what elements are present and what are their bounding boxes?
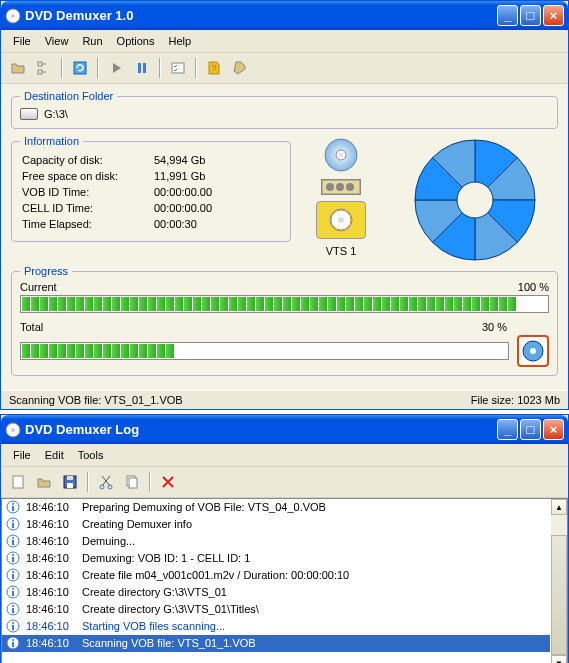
svg-point-48 — [12, 588, 14, 590]
menu-file[interactable]: File — [7, 33, 37, 49]
total-label: Total — [20, 321, 43, 333]
close-button[interactable]: × — [543, 419, 564, 440]
log-time: 18:46:10 — [26, 518, 76, 530]
tag-icon[interactable] — [229, 57, 251, 79]
help-icon[interactable]: ? — [203, 57, 225, 79]
svg-rect-49 — [12, 591, 14, 596]
log-message: Starting VOB files scanning... — [82, 620, 546, 632]
log-row[interactable]: 18:46:10Scanning VOB file: VTS_01_1.VOB — [2, 635, 550, 652]
menu-file[interactable]: File — [7, 447, 37, 463]
info-icon — [6, 534, 20, 548]
cell-box[interactable] — [321, 179, 361, 195]
total-progress-bar — [20, 342, 509, 360]
log-row[interactable]: 18:46:10Starting VOB files scanning... — [2, 618, 550, 635]
menu-edit[interactable]: Edit — [39, 447, 70, 463]
scroll-down-icon[interactable]: ▼ — [551, 655, 567, 663]
current-percent: 100 % — [518, 281, 549, 293]
svg-rect-52 — [12, 608, 14, 613]
log-time: 18:46:10 — [26, 637, 76, 649]
tree-icon[interactable] — [33, 57, 55, 79]
svg-rect-31 — [129, 478, 137, 488]
info-value: 00:00:00.00 — [154, 185, 280, 199]
refresh-icon[interactable] — [69, 57, 91, 79]
log-window-title: DVD Demuxer Log — [25, 422, 495, 437]
menubar: File View Run Options Help — [1, 30, 568, 53]
svg-point-45 — [12, 571, 14, 573]
log-message: Creating Demuxer info — [82, 518, 546, 530]
current-label: Current — [20, 281, 57, 293]
log-message: Create directory G:\3\VTS_01\Titles\ — [82, 603, 546, 615]
svg-rect-2 — [38, 62, 42, 66]
vts-box[interactable] — [316, 201, 366, 239]
minimize-button[interactable]: _ — [497, 5, 518, 26]
destination-path: G:\3\ — [44, 108, 68, 120]
info-label: Time Elapsed: — [22, 217, 152, 231]
cut-icon[interactable] — [95, 471, 117, 493]
menu-help[interactable]: Help — [163, 33, 198, 49]
vts-label: VTS 1 — [326, 245, 357, 257]
svg-point-57 — [12, 639, 14, 641]
log-row[interactable]: 18:46:10Create directory G:\3\VTS_01\Tit… — [2, 601, 550, 618]
info-icon — [6, 517, 20, 531]
svg-rect-43 — [12, 557, 14, 562]
svg-rect-24 — [13, 476, 23, 488]
info-icon — [6, 619, 20, 633]
log-message: Scanning VOB file: VTS_01_1.VOB — [82, 637, 546, 649]
minimize-button[interactable]: _ — [497, 419, 518, 440]
scrollbar[interactable]: ▲ ▼ — [551, 499, 567, 663]
svg-rect-6 — [143, 63, 146, 73]
log-row[interactable]: 18:46:10Create file m04_v001c001.m2v / D… — [2, 567, 550, 584]
info-value: 00:00:00.00 — [154, 201, 280, 215]
menu-tools[interactable]: Tools — [72, 447, 110, 463]
log-list[interactable]: 18:46:10Preparing Demuxing of VOB File: … — [1, 498, 568, 663]
close-button[interactable]: × — [543, 5, 564, 26]
log-row[interactable]: 18:46:10Preparing Demuxing of VOB File: … — [2, 499, 550, 516]
play-icon[interactable] — [105, 57, 127, 79]
maximize-button[interactable]: □ — [520, 5, 541, 26]
log-menubar: File Edit Tools — [1, 444, 568, 467]
svg-point-21 — [530, 348, 536, 354]
svg-point-15 — [346, 183, 354, 191]
window-title: DVD Demuxer 1.0 — [25, 8, 495, 23]
log-window: DVD Demuxer Log _ □ × File Edit Tools 18… — [0, 414, 569, 663]
copy-icon[interactable] — [121, 471, 143, 493]
svg-rect-5 — [138, 63, 141, 73]
open-folder-icon[interactable] — [7, 57, 29, 79]
log-row[interactable]: 18:46:10Demuing... — [2, 533, 550, 550]
current-progress-bar — [20, 295, 549, 313]
disk-icon — [20, 108, 38, 120]
log-time: 18:46:10 — [26, 535, 76, 547]
menu-options[interactable]: Options — [111, 33, 161, 49]
log-row[interactable]: 18:46:10Creating Demuxer info — [2, 516, 550, 533]
svg-point-42 — [12, 554, 14, 556]
menu-view[interactable]: View — [39, 33, 75, 49]
checklist-icon[interactable] — [167, 57, 189, 79]
pause-icon[interactable] — [131, 57, 153, 79]
scroll-up-icon[interactable]: ▲ — [551, 499, 567, 515]
log-row[interactable]: 18:46:10Demuxing: VOB ID: 1 - CELL ID: 1 — [2, 550, 550, 567]
destination-legend: Destination Folder — [20, 90, 117, 102]
svg-text:?: ? — [211, 63, 216, 73]
info-icon — [6, 500, 20, 514]
svg-point-39 — [12, 537, 14, 539]
cd-icon[interactable] — [323, 137, 359, 173]
cd-burn-icon[interactable] — [517, 335, 549, 367]
menu-run[interactable]: Run — [76, 33, 108, 49]
new-icon[interactable] — [7, 471, 29, 493]
svg-point-36 — [12, 520, 14, 522]
information-legend: Information — [20, 135, 83, 147]
svg-point-19 — [457, 182, 493, 218]
toolbar: ? — [1, 53, 568, 84]
maximize-button[interactable]: □ — [520, 419, 541, 440]
svg-rect-34 — [12, 506, 14, 511]
scroll-thumb[interactable] — [551, 535, 567, 655]
save-icon[interactable] — [59, 471, 81, 493]
information-fieldset: Information Capacity of disk:54,994 Gb F… — [11, 135, 291, 242]
destination-fieldset: Destination Folder G:\3\ — [11, 90, 558, 129]
log-titlebar[interactable]: DVD Demuxer Log _ □ × — [1, 415, 568, 444]
titlebar[interactable]: DVD Demuxer 1.0 _ □ × — [1, 1, 568, 30]
svg-rect-58 — [12, 642, 14, 647]
log-row[interactable]: 18:46:10Create directory G:\3\VTS_01 — [2, 584, 550, 601]
delete-icon[interactable] — [157, 471, 179, 493]
open-icon[interactable] — [33, 471, 55, 493]
